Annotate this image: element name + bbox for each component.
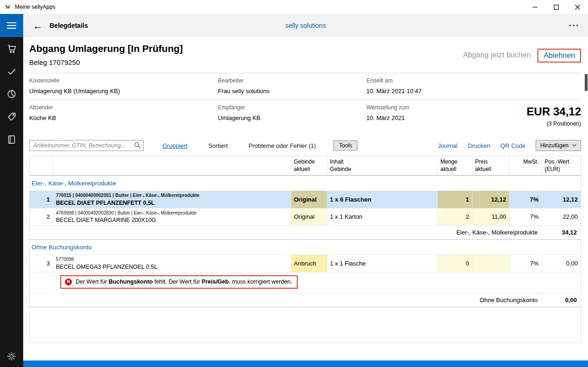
hinzufuegen-button[interactable]: Hinzufügen: [536, 140, 581, 151]
article-name: BECEL OMEGA3 PFLANZENOEL 0,5L: [56, 264, 288, 270]
preis-cell[interactable]: 11,00: [472, 208, 509, 226]
bottom-status-bar: [23, 361, 588, 367]
gruppiert-link[interactable]: Gruppiert: [162, 142, 187, 149]
window-controls: [524, 0, 588, 14]
row-number: 2: [30, 208, 53, 226]
article-meta: 5770098: [56, 257, 288, 263]
search-field-wrap: [29, 140, 144, 151]
gebinde-cell[interactable]: Original: [291, 191, 327, 209]
col-header-mwst: MwSt.: [509, 156, 542, 176]
gear-icon[interactable]: [6, 351, 17, 362]
positions-table-container: Gebinde aktuell Inhalt Gebinde Menge akt…: [29, 156, 581, 343]
minimize-button[interactable]: [524, 0, 545, 14]
title-bar: W Meine sellyApps: [0, 0, 588, 14]
menge-cell[interactable]: 0: [437, 255, 472, 272]
inhalt-cell: 1 x 1 Flasche: [327, 255, 437, 272]
maximize-button[interactable]: [545, 0, 567, 14]
mwst-cell: 7%: [509, 255, 542, 272]
info-empfaenger: Empfänger Umlagerung KB: [218, 104, 366, 127]
col-header-preis: Preis aktuell: [472, 156, 509, 176]
info-absender: Absender Küche KB: [29, 104, 218, 127]
group-subtotal: Eier-, Käse-, Molkereiprodukte 34,12: [30, 226, 581, 240]
document-number: Beleg 17079250: [29, 58, 183, 66]
book-icon[interactable]: [6, 134, 17, 145]
document-total: EUR 34,12 (3 Positionen): [505, 104, 581, 127]
col-header-num: [30, 156, 53, 176]
col-header-menge: Menge aktuell: [437, 156, 472, 176]
window-title: Meine sellyApps: [15, 4, 55, 10]
book-now-button[interactable]: Abgang jetzt buchen: [463, 49, 530, 59]
gebinde-cell[interactable]: Original: [291, 208, 327, 226]
menge-cell[interactable]: 1: [437, 191, 472, 209]
probleme-fehler-link[interactable]: Probleme oder Fehler (1): [249, 142, 316, 149]
vertical-scrollbar[interactable]: [585, 74, 588, 91]
journal-link[interactable]: Journal: [438, 142, 458, 149]
app-icon: W: [4, 3, 12, 11]
hamburger-menu-icon[interactable]: [0, 14, 23, 37]
document-title: Abgang Umlagerung [In Prüfung]: [29, 43, 183, 54]
col-header-poswert: Pos.-Wert (EUR): [542, 156, 581, 176]
sortiert-link[interactable]: Sortiert: [208, 142, 228, 149]
table-header-row: Gebinde aktuell Inhalt Gebinde Menge akt…: [30, 156, 581, 176]
article-cell: 4769998 | 04000492002830 | Butter | Eier…: [53, 208, 291, 226]
reject-button[interactable]: Ablehnen: [537, 49, 581, 63]
sidebar-icons: [6, 43, 17, 145]
article-meta: 4769998 | 04000492002830 | Butter | Eier…: [56, 210, 288, 216]
document-info-grid: Kostenstelle Umlagerung KB (Umlagerung K…: [29, 73, 581, 132]
col-header-article: [53, 156, 291, 176]
back-arrow-icon[interactable]: ←: [33, 21, 43, 31]
tag-icon[interactable]: [6, 111, 17, 122]
article-name: BECEL DIAET MARGARINE 200X10G: [56, 217, 288, 223]
positions-count: (3 Positionen): [505, 120, 581, 127]
close-button[interactable]: [567, 0, 588, 14]
subtotal-label: Ohne Buchungskonto: [30, 293, 542, 307]
poswert-cell: 12,12: [542, 191, 581, 209]
col-header-inhalt: Inhalt Gebinde: [327, 156, 437, 176]
inhalt-cell: 1 x 6 Flaschen: [327, 191, 437, 209]
document-actions: Abgang jetzt buchen Ablehnen: [463, 49, 581, 66]
group-subtotal: Ohne Buchungskonto 0,00: [30, 293, 581, 307]
search-input[interactable]: [29, 140, 144, 151]
main-column: ← Belegdetails selly solutions ··· Abgan…: [23, 14, 588, 367]
group-header: Eier-, Käse-, Molkereiprodukte: [30, 176, 581, 191]
poswert-cell: 0,00: [542, 255, 581, 272]
article-cell: 770015 | 04000400002051 | Butter | Eier-…: [53, 191, 291, 209]
app-center-title: selly solutions: [23, 22, 588, 29]
preis-cell[interactable]: [472, 255, 509, 272]
chevron-down-icon: [572, 144, 576, 147]
mwst-cell: 7%: [509, 208, 542, 226]
info-bearbeiter: Bearbeiter Frau selly solutions: [218, 77, 366, 95]
qr-code-link[interactable]: QR Code: [500, 142, 525, 149]
inhalt-cell: 1 x 1 Karton: [327, 208, 437, 226]
row-number: 3: [30, 255, 53, 272]
info-kostenstelle: Kostenstelle Umlagerung KB (Umlagerung K…: [29, 77, 218, 95]
page-title: Belegdetails: [50, 22, 88, 29]
table-row[interactable]: 1 770015 | 04000400002051 | Butter | Eie…: [30, 191, 581, 209]
pie-chart-icon[interactable]: [6, 89, 17, 100]
subtotal-label: Eier-, Käse-, Molkereiprodukte: [30, 226, 542, 240]
cart-icon[interactable]: [6, 43, 17, 54]
document-header: Abgang Umlagerung [In Prüfung] Beleg 170…: [29, 43, 581, 66]
col-header-gebinde: Gebinde aktuell: [291, 156, 327, 176]
menge-cell[interactable]: 2: [437, 208, 472, 226]
tools-button[interactable]: Tools: [333, 140, 358, 151]
positions-table: Gebinde aktuell Inhalt Gebinde Menge akt…: [30, 156, 581, 307]
list-toolbar: Gruppiert Sortiert Probleme oder Fehler …: [29, 140, 581, 151]
error-icon: ✕: [65, 278, 72, 285]
group-header: Ohne Buchungskonto: [30, 240, 581, 255]
info-erstellt-am: Erstellt am 10. März 2021 10:47: [366, 77, 505, 95]
toolbar-right: Journal Drucken QR Code Hinzufügen: [438, 140, 581, 151]
gebinde-cell[interactable]: Anbruch: [291, 255, 327, 272]
more-options-icon[interactable]: ···: [569, 21, 580, 30]
app-header-bar: ← Belegdetails selly solutions ···: [23, 14, 588, 37]
subtotal-value: 0,00: [542, 293, 581, 307]
sidebar: [0, 14, 23, 367]
search-icon[interactable]: [134, 142, 141, 150]
table-row[interactable]: 3 5770098 BECEL OMEGA3 PFLANZENOEL 0,5L …: [30, 255, 581, 272]
drucken-link[interactable]: Drucken: [468, 142, 490, 149]
table-row[interactable]: 2 4769998 | 04000492002830 | Butter | Ei…: [30, 208, 581, 226]
app-body: ← Belegdetails selly solutions ··· Abgan…: [0, 14, 588, 367]
subtotal-value: 34,12: [542, 226, 581, 240]
check-icon[interactable]: [6, 66, 17, 77]
preis-cell[interactable]: 12,12: [472, 191, 509, 209]
